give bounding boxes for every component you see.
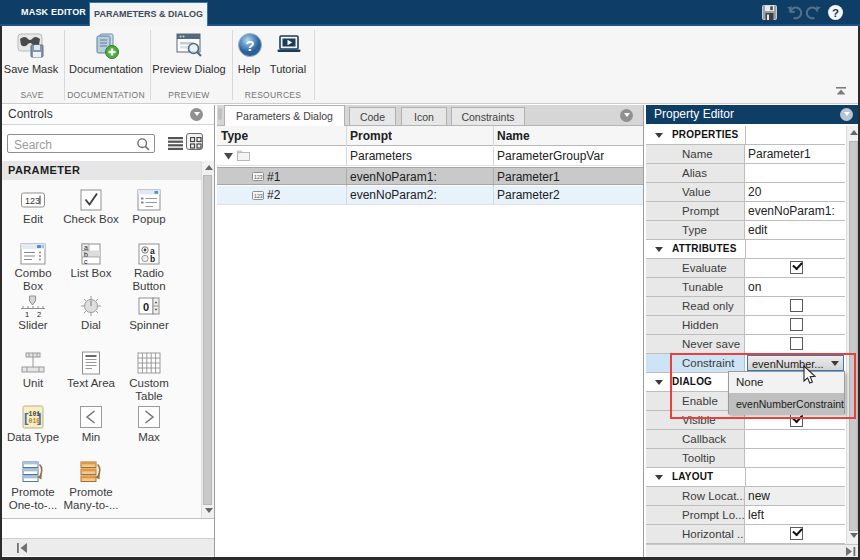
svg-text:b: b: [84, 251, 88, 258]
svg-text:010: 010: [29, 418, 41, 425]
svg-text:?: ?: [832, 7, 839, 19]
svg-text:123: 123: [254, 174, 263, 180]
svg-text:101: 101: [29, 411, 41, 418]
svg-text:c: c: [84, 258, 88, 265]
svg-text:?: ?: [245, 37, 254, 54]
svg-text:1: 1: [25, 310, 29, 318]
svg-text:a: a: [84, 244, 88, 251]
svg-text:0: 0: [143, 301, 149, 313]
svg-text:123: 123: [25, 196, 40, 206]
svg-text:b: b: [150, 254, 155, 264]
svg-text:2: 2: [37, 310, 41, 318]
svg-text:123: 123: [254, 193, 263, 199]
